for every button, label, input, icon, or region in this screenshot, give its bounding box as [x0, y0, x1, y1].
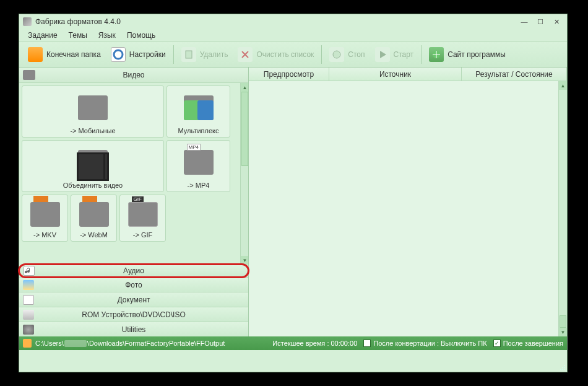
gif-icon	[128, 202, 158, 227]
gear-icon	[111, 47, 126, 62]
svg-point-4	[333, 51, 340, 58]
scroll-thumb[interactable]	[560, 315, 566, 328]
play-icon	[375, 47, 390, 62]
clear-icon	[238, 47, 253, 62]
close-button[interactable]: ✕	[550, 17, 563, 27]
scroll-up-icon[interactable]: ▲	[241, 83, 248, 92]
gear-small-icon	[23, 325, 34, 335]
delete-icon	[181, 47, 196, 62]
video-icon	[23, 70, 35, 80]
svg-point-0	[114, 50, 123, 59]
main-panel: Предпросмотр Источник Результат / Состоя…	[249, 68, 567, 336]
category-document-label: Документ	[117, 296, 150, 304]
after-conversion-checkbox[interactable]: После конвертации : Выключить ПК	[363, 340, 486, 347]
after-done-label: После завершения	[503, 340, 563, 347]
svg-marker-5	[380, 51, 386, 58]
tile-mp4[interactable]: -> MP4	[166, 140, 230, 192]
menu-themes[interactable]: Темы	[64, 30, 92, 41]
start-button[interactable]: Старт	[370, 45, 419, 64]
scroll-thumb[interactable]	[241, 92, 248, 166]
svg-point-11	[562, 369, 563, 370]
video-scrollbar[interactable]: ▲ ▼	[240, 83, 248, 265]
webm-icon	[79, 202, 109, 227]
tile-mux-label: Мультиплекс	[178, 127, 219, 134]
category-video-header[interactable]: Видео	[19, 68, 248, 83]
category-photo-label: Фото	[125, 281, 142, 289]
col-result[interactable]: Результат / Состояние	[462, 68, 567, 81]
checkbox-checked-icon: ✓	[493, 340, 501, 347]
svg-point-9	[562, 367, 563, 368]
tile-join-video[interactable]: + Объединить видео	[22, 140, 164, 192]
tile-mkv[interactable]: -> MKV	[22, 195, 68, 242]
category-utilities[interactable]: Utilities	[19, 322, 248, 336]
mkv-icon	[30, 202, 60, 227]
tile-webm-label: -> WebM	[80, 231, 108, 239]
list-scrollbar[interactable]: ▲ ▼	[558, 81, 567, 336]
category-rom[interactable]: ROM Устройство\DVD\CD\ISO	[19, 307, 248, 322]
svg-rect-1	[186, 51, 192, 58]
tile-webm[interactable]: -> WebM	[71, 195, 117, 242]
minimize-button[interactable]: —	[517, 17, 531, 27]
output-path[interactable]: C:\Users\\Downloads\FormatFactoryPortabl…	[35, 340, 225, 348]
mobile-devices-icon	[78, 95, 108, 120]
tile-mkv-label: -> MKV	[33, 231, 56, 239]
col-source[interactable]: Источник	[329, 68, 462, 81]
menu-task[interactable]: Задание	[23, 30, 63, 41]
col-preview[interactable]: Предпросмотр	[249, 68, 329, 81]
elapsed-value: 00:00:00	[331, 340, 357, 347]
toolbar: Конечная папка Настройки Удалить Очистит	[19, 42, 567, 68]
menu-lang[interactable]: Язык	[93, 30, 121, 41]
resize-grip[interactable]	[558, 363, 566, 371]
path-prefix: C:\Users\	[35, 340, 64, 347]
document-icon	[23, 295, 34, 305]
clear-list-label: Очистить список	[256, 50, 314, 59]
svg-point-12	[560, 369, 561, 370]
photo-icon	[23, 280, 34, 290]
mp4-icon	[184, 150, 214, 175]
disc-icon	[23, 310, 34, 320]
tile-gif-label: -> GIF	[133, 231, 152, 239]
svg-point-7	[564, 365, 565, 366]
audio-icon	[24, 266, 35, 276]
start-label: Старт	[394, 50, 414, 59]
scroll-up-icon[interactable]: ▲	[559, 81, 567, 90]
tile-mobile[interactable]: -> Мобильные	[22, 86, 164, 138]
category-photo[interactable]: Фото	[19, 277, 248, 292]
website-label: Сайт программы	[447, 50, 506, 59]
elapsed-label: Истекшее время :	[272, 340, 329, 347]
menu-help[interactable]: Помощь	[122, 30, 160, 41]
website-button[interactable]: Сайт программы	[424, 45, 511, 64]
category-audio[interactable]: Аудио	[18, 263, 249, 278]
clear-list-button[interactable]: Очистить список	[233, 45, 319, 64]
stop-icon	[329, 47, 344, 62]
folder-small-icon[interactable]	[23, 339, 32, 348]
after-done-checkbox[interactable]: ✓ После завершения	[493, 340, 563, 347]
output-folder-label: Конечная папка	[46, 50, 101, 59]
globe-icon	[429, 47, 444, 62]
category-document[interactable]: Документ	[19, 292, 248, 307]
tile-mobile-label: -> Мобильные	[70, 127, 115, 134]
window-title: Фабрика форматов 4.4.0	[35, 17, 121, 26]
checkbox-icon	[363, 340, 371, 347]
tile-mux[interactable]: Мультиплекс	[166, 86, 230, 138]
maximize-button[interactable]: ☐	[534, 17, 547, 27]
task-list-body: ▲ ▼	[249, 81, 567, 336]
delete-button[interactable]: Удалить	[176, 45, 233, 64]
category-utilities-label: Utilities	[122, 325, 146, 334]
folder-icon	[28, 47, 43, 62]
delete-label: Удалить	[200, 50, 228, 59]
settings-button[interactable]: Настройки	[106, 45, 171, 64]
category-audio-label: Аудио	[123, 266, 144, 275]
tile-join-label: Объединить видео	[63, 182, 123, 189]
output-folder-button[interactable]: Конечная папка	[23, 45, 106, 64]
scroll-down-icon[interactable]: ▼	[559, 328, 567, 336]
category-rom-label: ROM Устройство\DVD\CD\ISO	[82, 310, 185, 319]
titlebar: Фабрика форматов 4.4.0 — ☐ ✕	[19, 14, 567, 29]
settings-label: Настройки	[129, 50, 166, 59]
after-conversion-label: После конвертации : Выключить ПК	[373, 340, 486, 347]
app-window: Фабрика форматов 4.4.0 — ☐ ✕ Задание Тем…	[19, 14, 568, 372]
tile-gif[interactable]: -> GIF	[119, 195, 166, 242]
mux-icon	[184, 95, 214, 120]
svg-point-8	[564, 367, 565, 368]
stop-button[interactable]: Стоп	[324, 45, 370, 64]
